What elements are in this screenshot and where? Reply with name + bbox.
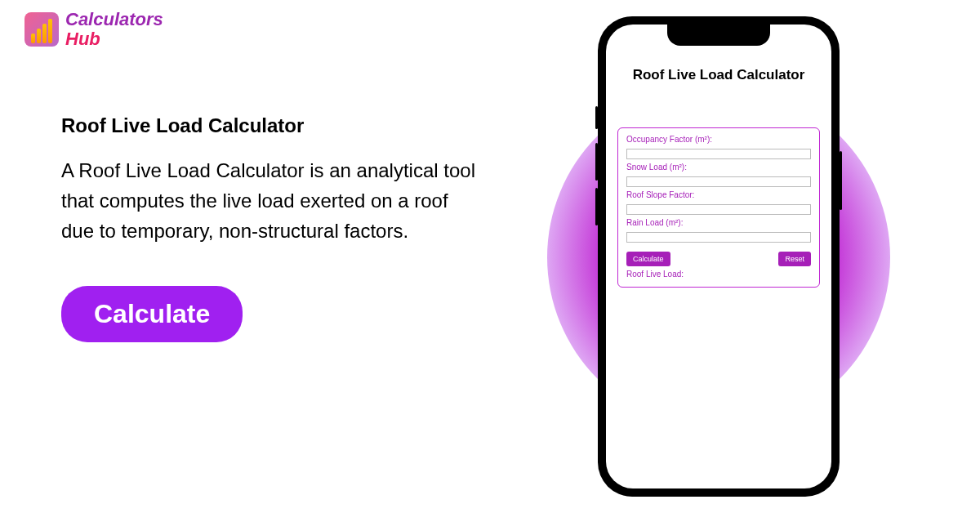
app-calculate-button[interactable]: Calculate — [626, 252, 670, 266]
rain-label: Rain Load (m²): — [626, 218, 811, 227]
phone-side-button — [595, 106, 598, 129]
occupancy-label: Occupancy Factor (m²): — [626, 135, 811, 144]
phone-side-button — [595, 143, 598, 181]
content-left: Roof Live Load Calculator A Roof Live Lo… — [61, 114, 478, 342]
logo-text-top: Calculators — [65, 10, 163, 29]
calculate-button[interactable]: Calculate — [61, 286, 243, 342]
logo[interactable]: Calculators Hub — [24, 10, 163, 49]
slope-label: Roof Slope Factor: — [626, 190, 811, 199]
snow-input[interactable] — [626, 176, 811, 187]
phone-screen: Roof Live Load Calculator Occupancy Fact… — [606, 25, 831, 488]
phone-side-button — [595, 188, 598, 225]
app-content: Roof Live Load Calculator Occupancy Fact… — [606, 25, 831, 299]
page-title: Roof Live Load Calculator — [61, 114, 478, 137]
app-reset-button[interactable]: Reset — [778, 252, 811, 266]
phone-notch — [667, 25, 770, 46]
slope-input[interactable] — [626, 204, 811, 215]
calculator-form: Occupancy Factor (m²): Snow Load (m²): R… — [617, 127, 820, 288]
logo-icon — [24, 12, 59, 47]
result-label: Roof Live Load: — [626, 270, 811, 279]
phone-preview: Roof Live Load Calculator Occupancy Fact… — [523, 16, 915, 498]
button-row: Calculate Reset — [626, 252, 811, 266]
phone-side-button — [840, 151, 842, 210]
phone-frame: Roof Live Load Calculator Occupancy Fact… — [598, 16, 840, 497]
rain-input[interactable] — [626, 232, 811, 243]
app-title: Roof Live Load Calculator — [617, 67, 820, 83]
occupancy-input[interactable] — [626, 149, 811, 159]
logo-text: Calculators Hub — [65, 10, 163, 49]
page-description: A Roof Live Load Calculator is an analyt… — [61, 155, 478, 247]
snow-label: Snow Load (m²): — [626, 163, 811, 172]
logo-text-bottom: Hub — [65, 29, 163, 49]
